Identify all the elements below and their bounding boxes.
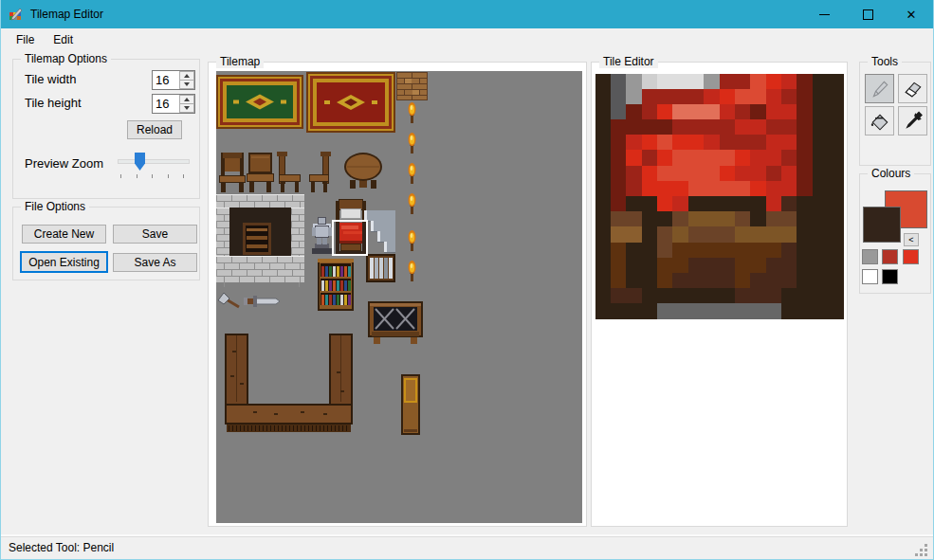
tilemap-options-group: Tilemap Options Tile width Tile height R… [12, 59, 200, 199]
tool-pencil-button[interactable] [865, 74, 894, 103]
swap-colours-button[interactable]: < [904, 233, 919, 246]
tile-width-label: Tile width [25, 72, 76, 86]
tile-editor-group: Tile Editor [591, 62, 848, 527]
slider-tick [120, 174, 121, 178]
palette-swatch[interactable] [882, 269, 898, 284]
minimize-icon [819, 14, 830, 15]
eyedropper-icon [903, 111, 924, 132]
primary-colour-swatch[interactable] [863, 207, 901, 243]
fill-bucket-icon [870, 111, 890, 132]
up-arrow-icon [184, 74, 190, 78]
tool-colour-picker-button[interactable] [898, 106, 927, 135]
palette-swatch[interactable] [882, 249, 898, 264]
up-arrow-icon [184, 98, 190, 101]
down-arrow-icon [184, 82, 190, 86]
save-button[interactable]: Save [113, 225, 197, 244]
menu-bar: File Edit [1, 28, 933, 51]
create-new-button[interactable]: Create New [22, 225, 106, 244]
tile-height-down-button[interactable] [179, 103, 194, 113]
colours-title: Colours [868, 167, 914, 180]
titlebar: Tilemap Editor ✕ [1, 0, 933, 28]
reload-button[interactable]: Reload [127, 120, 182, 139]
palette-swatch[interactable] [903, 249, 919, 264]
open-existing-button[interactable]: Open Existing [20, 251, 108, 273]
tile-width-spinner [152, 70, 195, 90]
tilemap-group: Tilemap [208, 62, 587, 527]
close-button[interactable]: ✕ [889, 0, 933, 28]
tools-group: Tools [859, 62, 931, 166]
eraser-icon [903, 79, 924, 99]
tile-height-label: Tile height [25, 96, 82, 110]
tile-height-spinner [152, 94, 195, 114]
palette-swatch[interactable] [862, 269, 878, 284]
window-controls: ✕ [802, 0, 933, 28]
tile-height-up-button[interactable] [179, 95, 194, 103]
slider-thumb[interactable] [135, 153, 145, 171]
window-title: Tilemap Editor [30, 8, 103, 21]
slider-tick [168, 174, 169, 178]
colours-group: Colours < [859, 173, 931, 294]
down-arrow-icon [184, 106, 190, 110]
pencil-icon [870, 79, 890, 99]
app-window: Tilemap Editor ✕ File Edit Tilemap Optio… [0, 0, 934, 560]
slider-tick [152, 174, 153, 178]
tilemap-options-title: Tilemap Options [21, 52, 111, 65]
tileset-canvas[interactable] [216, 71, 582, 523]
maximize-icon [863, 9, 873, 20]
slider-ticks [118, 174, 188, 178]
preview-zoom-label: Preview Zoom [25, 156, 103, 171]
tile-editor-title: Tile Editor [599, 55, 658, 68]
status-text: Selected Tool: Pencil [9, 541, 114, 554]
save-as-button[interactable]: Save As [113, 253, 197, 272]
preview-zoom-slider[interactable] [118, 152, 190, 180]
tile-width-up-button[interactable] [179, 71, 194, 80]
file-options-group: File Options Create New Save Open Existi… [12, 207, 200, 280]
app-icon [9, 7, 24, 22]
tile-editor-canvas[interactable] [595, 74, 844, 319]
menu-edit[interactable]: Edit [44, 29, 82, 50]
resize-grip[interactable] [925, 544, 927, 547]
slider-tick [137, 174, 137, 178]
tile-width-input[interactable] [153, 71, 181, 89]
tool-fill-button[interactable] [865, 106, 894, 135]
slider-track[interactable] [118, 159, 190, 164]
tool-eraser-button[interactable] [898, 74, 927, 103]
menu-file[interactable]: File [7, 29, 44, 50]
tilemap-title: Tilemap [216, 55, 264, 68]
file-options-title: File Options [21, 200, 89, 213]
slider-tick [183, 174, 184, 178]
minimize-button[interactable] [802, 0, 846, 28]
status-bar: Selected Tool: Pencil [1, 536, 933, 559]
tile-height-input[interactable] [153, 95, 181, 113]
tile-width-down-button[interactable] [179, 80, 194, 89]
tools-title: Tools [868, 55, 902, 68]
maximize-button[interactable] [846, 0, 889, 28]
palette-swatch[interactable] [862, 249, 878, 264]
close-icon: ✕ [907, 9, 917, 21]
client-area: Tilemap Options Tile width Tile height R… [1, 51, 933, 537]
